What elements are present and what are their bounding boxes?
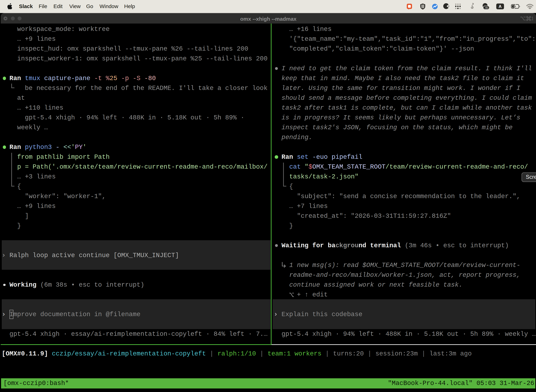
svg-text:1: 1 xyxy=(531,16,533,21)
svg-text:..61: ..61 xyxy=(484,6,488,9)
svg-text:A: A xyxy=(498,4,502,9)
